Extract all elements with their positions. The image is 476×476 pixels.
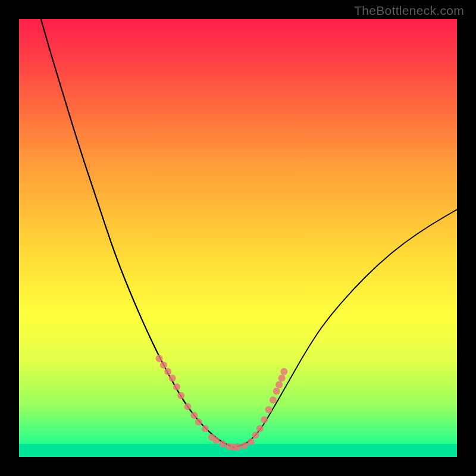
data-point: [261, 416, 268, 423]
data-point: [177, 392, 184, 399]
data-point: [156, 355, 163, 362]
data-point: [219, 440, 226, 447]
data-point: [280, 368, 287, 375]
data-point: [273, 388, 280, 395]
curve-markers: [156, 355, 288, 450]
data-point: [270, 396, 277, 403]
data-point: [160, 361, 167, 368]
data-point: [164, 368, 171, 375]
data-point: [248, 438, 255, 445]
chart-svg: [19, 19, 457, 457]
data-point: [169, 375, 176, 382]
chart-frame: TheBottleneck.com: [0, 0, 476, 476]
data-point: [212, 437, 220, 444]
data-point: [234, 443, 242, 450]
data-point: [195, 418, 202, 425]
watermark-text: TheBottleneck.com: [354, 4, 464, 18]
data-point: [190, 412, 198, 419]
plot-area: [19, 19, 457, 457]
data-point: [252, 431, 259, 439]
data-point: [173, 383, 180, 390]
data-point: [275, 381, 283, 389]
data-point: [256, 425, 264, 432]
curve-left-branch: [41, 19, 234, 447]
data-point: [278, 375, 286, 382]
data-point: [184, 403, 191, 410]
curve-lines: [41, 19, 457, 447]
data-point: [202, 425, 209, 432]
data-point: [265, 406, 273, 414]
data-point: [241, 442, 248, 449]
